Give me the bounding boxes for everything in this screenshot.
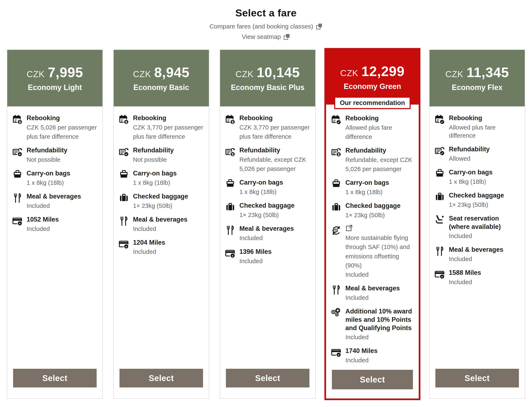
feature-refundability: ×RefundabilityNot possible [118, 146, 203, 164]
feature-text: Checked baggage1× 23kg (50lb) [449, 191, 519, 209]
meal-icon [330, 284, 342, 302]
fare-name: Economy Light [28, 83, 82, 92]
feature-checked-baggage: Checked baggage1× 23kg (50lb) [330, 202, 413, 219]
currency-code: CZK [445, 69, 463, 79]
feature-detail: plus fare difference [133, 133, 203, 141]
seat-icon [434, 214, 446, 240]
feature-title: Carry-on bags [345, 179, 413, 187]
feature-title: Meal & beverages [239, 225, 310, 233]
feature-text: Meal & beveragesIncluded [345, 284, 413, 302]
fare-card-economy-flex: CZK11,345Economy Flex✓RebookingAllowed p… [429, 49, 525, 399]
svg-text:+: + [232, 254, 234, 258]
feature-meal-beverages: Meal & beveragesIncluded [434, 245, 519, 263]
feature-seat-reservation-where-available: Seat reservation (where available)Includ… [434, 214, 519, 240]
fare-card-header: CZK7,995Economy Light [7, 50, 102, 106]
fare-features-list: ✓RebookingAllowed plus fare difference✓R… [430, 106, 525, 292]
feature-meal-beverages: Meal & beveragesIncluded [224, 225, 310, 242]
feature-refundability: $RefundabilityRefundable, except CZK5,02… [224, 146, 310, 173]
fare-card-header: CZK12,299Economy Green [326, 50, 419, 105]
feature-title: Refundability [133, 146, 203, 155]
price-amount: 10,145 [257, 64, 300, 80]
feature-text: Meal & beveragesIncluded [239, 225, 310, 242]
feature-detail: 1 x 8kg (18lb) [345, 188, 413, 196]
fare-card-economy-green: CZK12,299Economy GreenOur recommendation… [324, 48, 420, 400]
svg-text:CO₂: CO₂ [333, 229, 338, 232]
svg-text:✓: ✓ [440, 120, 443, 124]
carryon-bag-icon [434, 168, 446, 186]
compare-fares-link[interactable]: Compare fares (and booking classes) [0, 23, 532, 30]
feature-text: RefundabilityAllowed [449, 145, 519, 163]
feature-detail: through SAF (10%) and [345, 243, 413, 251]
feature-title: 1740 Miles [345, 347, 413, 355]
feature-text: RefundabilityNot possible [133, 146, 203, 164]
feature-carry-on-bags: Carry-on bags1 x 8kg (18lb) [330, 179, 413, 196]
select-button-economy-light[interactable]: Select [13, 369, 97, 387]
carryon-bag-icon [224, 178, 236, 196]
feature-detail: CZK 3,770 per passenger [133, 123, 203, 131]
feature-detail: plus fare difference [27, 133, 97, 141]
fare-card-header: CZK10,145Economy Basic Plus [220, 50, 315, 106]
feature-text: Carry-on bags1 x 8kg (18lb) [27, 169, 97, 187]
feature-title: Meal & beverages [133, 215, 203, 224]
feature-detail: Included [345, 270, 413, 279]
feature-title: Checked baggage [133, 192, 203, 201]
feature-detail: Included [449, 255, 519, 263]
feature-detail: 1 x 8kg (18lb) [239, 188, 310, 196]
price-amount: 7,995 [48, 64, 83, 80]
fare-price: CZK10,145 [235, 64, 300, 80]
currency-code: CZK [133, 69, 151, 79]
feature-text: RefundabilityRefundable, except CZK5,026… [239, 146, 310, 173]
feature-detail: Included [133, 248, 203, 256]
fare-price: CZK7,995 [27, 64, 83, 80]
svg-text:+: + [19, 222, 21, 226]
receipt-cross-icon: × [11, 146, 23, 164]
feature-text: 1204 MilesIncluded [133, 238, 203, 256]
receipt-dollar-icon: $ [330, 146, 342, 173]
feature-detail: Refundable, except CZK [345, 156, 413, 164]
external-window-icon [284, 33, 290, 40]
feature-text: More sustainable flyingthrough SAF (10%)… [345, 225, 413, 279]
feature-detail: Refundable, except CZK [239, 156, 310, 164]
feature-detail: difference [345, 133, 413, 141]
feature-detail: 5,026 per passenger [345, 165, 413, 173]
feature-title: Meal & beverages [449, 245, 519, 254]
feature-detail: 1× 23kg (50lb) [133, 202, 203, 210]
external-window-icon [316, 23, 323, 30]
fare-card-economy-light: CZK7,995Economy Light$RebookingCZK 5,026… [7, 49, 103, 399]
feature-detail: 1× 23kg (50lb) [239, 211, 310, 219]
select-button-economy-basic[interactable]: Select [119, 369, 203, 387]
miles-card-icon: + [224, 248, 236, 265]
external-link-icon[interactable] [345, 225, 413, 233]
feature-text: Checked baggage1× 23kg (50lb) [345, 202, 413, 219]
feature-title: Meal & beverages [345, 284, 413, 292]
fare-features-list: $RebookingCZK 3,770 per passengerplus fa… [114, 106, 209, 261]
select-button-economy-green[interactable]: Select [332, 370, 413, 389]
feature-meal-beverages: Meal & beveragesIncluded [330, 284, 413, 302]
view-seatmap-label: View seatmap [242, 33, 281, 40]
miles-card-icon: + [118, 238, 130, 256]
fare-name: Economy Basic [133, 83, 189, 92]
feature-title: Rebooking [239, 114, 310, 122]
feature-title: Refundability [449, 145, 519, 153]
select-button-economy-flex[interactable]: Select [435, 369, 519, 387]
fare-price: CZK11,345 [445, 64, 509, 80]
svg-text:×: × [125, 152, 127, 156]
select-button-economy-basic-plus[interactable]: Select [226, 369, 309, 387]
feature-detail: (90%) [345, 261, 413, 269]
svg-text:$: $ [19, 120, 21, 124]
checked-baggage-icon [118, 192, 130, 210]
feature-rebooking: $RebookingCZK 5,026 per passengerplus fa… [11, 114, 97, 141]
feature-detail: CZK 3,770 per passenger [239, 123, 310, 131]
feature-checked-baggage: Checked baggage1× 23kg (50lb) [118, 192, 203, 210]
feature-title: 1396 Miles [239, 248, 310, 256]
co2-offset-icon: CO₂ [330, 225, 342, 279]
feature-rebooking: $RebookingCZK 3,770 per passengerplus fa… [224, 114, 310, 141]
feature-detail: Included [449, 232, 519, 240]
fare-cards-row: CZK7,995Economy Light$RebookingCZK 5,026… [0, 49, 532, 400]
feature-meal-beverages: Meal & beveragesIncluded [11, 192, 97, 210]
feature-carry-on-bags: Carry-on bags1 x 8kg (18lb) [118, 169, 203, 187]
checked-baggage-icon [434, 191, 446, 209]
feature-detail: 1× 23kg (50lb) [345, 211, 413, 219]
view-seatmap-link[interactable]: View seatmap [0, 33, 532, 40]
feature-text: Checked baggage1× 23kg (50lb) [239, 201, 310, 219]
